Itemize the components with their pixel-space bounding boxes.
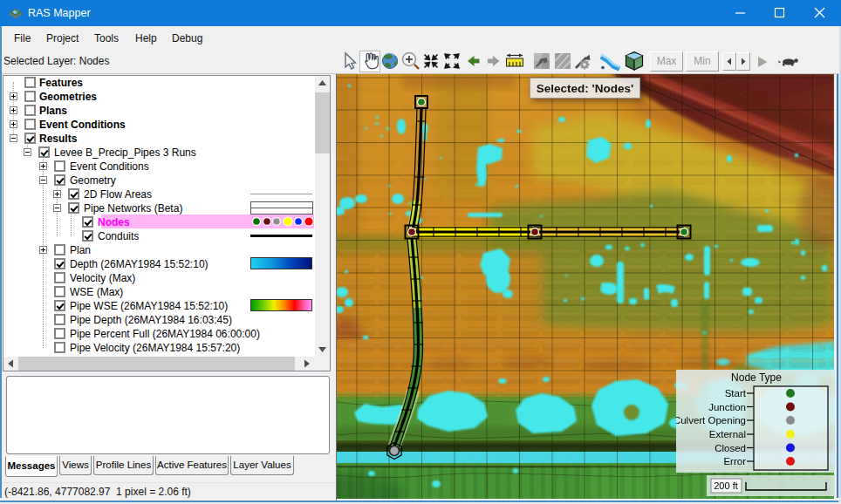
svg-text:External: External <box>709 429 746 439</box>
svg-text:Node Type: Node Type <box>731 371 782 384</box>
svg-text:Start: Start <box>725 388 747 398</box>
svg-text:Error: Error <box>723 456 746 467</box>
svg-text:Closed: Closed <box>715 443 746 453</box>
svg-text:Junction: Junction <box>708 402 746 412</box>
svg-text:200 ft: 200 ft <box>714 480 738 491</box>
svg-text:Culvert Opening: Culvert Opening <box>676 415 746 426</box>
